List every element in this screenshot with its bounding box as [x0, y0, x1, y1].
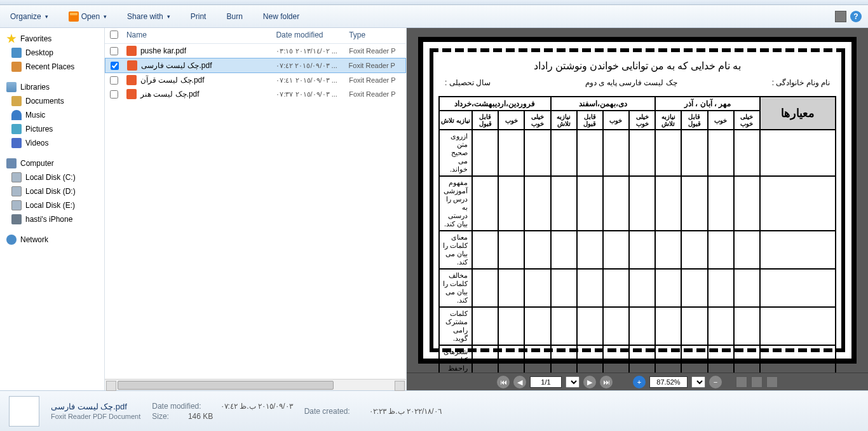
sidebar-disk-e[interactable]: Local Disk (E:) [0, 198, 104, 212]
desktop-icon [11, 48, 22, 58]
network-header[interactable]: Network [0, 233, 104, 247]
music-icon [11, 110, 22, 120]
sidebar-iphone[interactable]: hasti's iPhone [0, 212, 104, 226]
col-type[interactable]: Type [349, 31, 406, 41]
col-name[interactable]: Name [124, 31, 276, 41]
page-select[interactable] [566, 376, 580, 388]
network-icon [6, 235, 17, 245]
sidebar-recent[interactable]: Recent Places [0, 60, 104, 74]
open-button[interactable]: Open [65, 9, 111, 24]
file-row[interactable]: چک لیست قرآن.pdf ٢٠١٥/٠٩/٠٣ ٠٧:٤١ ... Fo… [105, 73, 406, 87]
sidebar-disk-d[interactable]: Local Disk (D:) [0, 184, 104, 198]
pdf-icon [127, 60, 137, 71]
videos-icon [11, 138, 22, 148]
zoom-select[interactable] [691, 376, 705, 388]
zoom-input[interactable] [649, 376, 688, 388]
file-type: Foxit Reader P [349, 62, 405, 69]
last-page-button[interactable]: ⏭ [600, 376, 613, 388]
star-icon [6, 34, 17, 44]
status-thumbnail [9, 396, 39, 427]
file-row[interactable]: pushe kar.pdf ٢٠١٣/١٤/٠٢ ٠٣:١٥ ... Foxit… [105, 44, 406, 58]
doc-title: به نام خدایی که به من توانایی خواندن ونو… [438, 60, 836, 72]
status-bar: چک لیست فارسی.pdf Foxit Reader PDF Docum… [0, 390, 868, 431]
fit-page-button[interactable] [766, 376, 778, 388]
file-row[interactable]: چک لیست هنر.pdf ٢٠١٥/٠٩/٠٣ ٠٧:٣٧ ... Fox… [105, 87, 406, 101]
col-date[interactable]: Date modified [276, 31, 349, 41]
disk-icon [11, 200, 22, 210]
documents-icon [11, 96, 22, 106]
pdf-icon [126, 89, 137, 99]
share-button[interactable]: Share with [123, 10, 174, 24]
file-date: ٢٠١٥/٠٩/٠٣ ٠٧:٤١ ... [276, 76, 349, 85]
iphone-icon [11, 214, 22, 224]
pdf-icon [126, 75, 137, 85]
prev-page-button[interactable]: ◀ [513, 376, 526, 388]
file-date: ٢٠١٥/٠٩/٠٣ ٠٧:٣٧ ... [276, 90, 349, 99]
sidebar-videos[interactable]: Videos [0, 136, 104, 150]
sidebar-desktop[interactable]: Desktop [0, 46, 104, 60]
disk-icon [11, 172, 22, 182]
select-all-checkbox[interactable] [110, 31, 118, 39]
computer-header[interactable]: Computer [0, 156, 104, 170]
newfolder-button[interactable]: New folder [259, 10, 303, 24]
doc-table: معیارهامهر ، آبان ، آذردی،بهمن،اسفندفرور… [438, 96, 836, 373]
pictures-icon [11, 124, 22, 134]
file-name: چک لیست قرآن.pdf [140, 76, 205, 85]
status-filetype: Foxit Reader PDF Document [51, 413, 140, 420]
libraries-header[interactable]: Libraries [0, 80, 104, 94]
file-checkbox[interactable] [110, 76, 118, 85]
next-page-button[interactable]: ▶ [583, 376, 596, 388]
file-header: Name Date modified Type [105, 28, 406, 44]
rotate-right-button[interactable] [751, 376, 763, 388]
scroll-thumb[interactable] [118, 381, 334, 390]
file-type: Foxit Reader P [349, 47, 406, 55]
sidebar-documents[interactable]: Documents [0, 94, 104, 108]
open-icon [69, 11, 79, 22]
file-checkbox[interactable] [111, 62, 119, 70]
zoom-in-button[interactable]: + [633, 376, 646, 388]
print-button[interactable]: Print [187, 10, 210, 24]
file-date: ٢٠١٥/٠٩/٠٣ ٠٧:٤٢ ... [276, 62, 348, 70]
sidebar-music[interactable]: Music [0, 108, 104, 122]
file-checkbox[interactable] [110, 90, 118, 99]
sidebar-disk-c[interactable]: Local Disk (C:) [0, 170, 104, 184]
file-checkbox[interactable] [110, 47, 118, 55]
file-type: Foxit Reader P [349, 76, 406, 84]
file-name: pushe kar.pdf [140, 46, 186, 55]
help-icon[interactable]: ? [850, 11, 862, 22]
preview-pane-toggle[interactable] [835, 11, 846, 22]
file-name: چک لیست هنر.pdf [140, 90, 200, 99]
first-page-button[interactable]: ⏮ [497, 376, 510, 388]
file-name: چک لیست فارسی.pdf [141, 61, 212, 70]
horizontal-scrollbar[interactable] [105, 379, 406, 390]
library-icon [6, 82, 17, 92]
pdf-toolbar: ⏮ ◀ ▶ ⏭ + − [407, 373, 868, 390]
sidebar-pictures[interactable]: Pictures [0, 122, 104, 136]
disk-icon [11, 186, 22, 196]
status-filename: چک لیست فارسی.pdf [51, 402, 140, 411]
file-date: ٢٠١٣/١٤/٠٢ ٠٣:١٥ ... [276, 47, 349, 55]
organize-button[interactable]: Organize [6, 10, 52, 24]
preview-pane: به نام خدایی که به من توانایی خواندن ونو… [407, 28, 868, 390]
zoom-out-button[interactable]: − [709, 376, 722, 388]
rotate-left-button[interactable] [736, 376, 747, 388]
computer-icon [6, 158, 17, 168]
file-type: Foxit Reader P [349, 90, 406, 98]
doc-info-row: نام ونام خانوادگی : چک لیست فارسی پایه ی… [445, 78, 830, 87]
favorites-header[interactable]: Favorites [0, 32, 104, 46]
page-input[interactable] [530, 376, 562, 388]
toolbar: Organize Open Share with Print Burn New … [0, 5, 868, 28]
file-list: Name Date modified Type pushe kar.pdf ٢٠… [105, 28, 407, 390]
nav-sidebar: Favorites Desktop Recent Places Librarie… [0, 28, 105, 390]
file-row[interactable]: چک لیست فارسی.pdf ٢٠١٥/٠٩/٠٣ ٠٧:٤٢ ... F… [105, 58, 406, 73]
burn-button[interactable]: Burn [222, 10, 246, 24]
title-bar [0, 0, 868, 5]
recent-icon [11, 62, 22, 72]
pdf-page: به نام خدایی که به من توانایی خواندن ونو… [418, 37, 857, 364]
pdf-icon [126, 46, 137, 56]
